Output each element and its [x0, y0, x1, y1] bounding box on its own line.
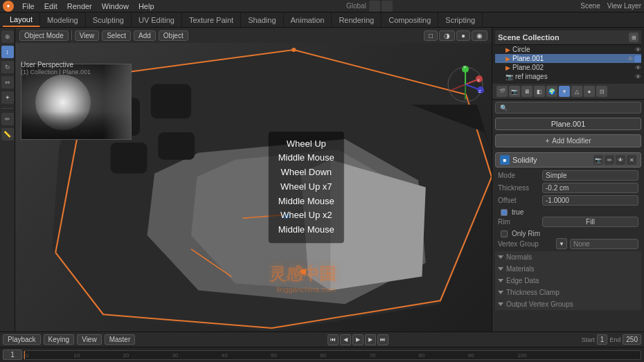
timeline-track[interactable]: 0 10 20 30 40 50 60 70 80 90 100 — [24, 350, 641, 360]
object-menu[interactable]: Object — [159, 30, 188, 41]
end-frame-field[interactable]: 250 — [623, 334, 641, 345]
tab-rendering[interactable]: Rendering — [332, 12, 382, 27]
normals-section[interactable]: Normals — [495, 251, 641, 263]
props-output-icon[interactable]: 🖥 — [521, 86, 533, 97]
output-vg-section[interactable]: Output Vertex Groups — [495, 298, 641, 310]
tab-layout[interactable]: Layout — [3, 12, 40, 27]
tree-item-circle[interactable]: ▶ Circle 👁 — [495, 45, 641, 54]
add-modifier-button[interactable]: + Add Modifier — [495, 134, 641, 147]
menu-window[interactable]: Window — [98, 0, 133, 12]
tab-animation[interactable]: Animation — [284, 12, 332, 27]
tool-measure[interactable]: 📏 — [1, 128, 14, 141]
props-world-icon[interactable]: 🌍 — [546, 86, 557, 97]
frame-40: 40 — [222, 352, 228, 359]
current-frame-display[interactable]: 1 — [3, 350, 22, 360]
menu-render[interactable]: Render — [63, 0, 96, 12]
rim-row: Rim Fill — [495, 217, 641, 227]
start-frame-field[interactable]: 1 — [597, 334, 608, 345]
snap-toggle[interactable] — [369, 1, 380, 12]
action-line-1: Wheel Up — [278, 137, 334, 152]
tab-uv-editing[interactable]: UV Editing — [132, 12, 182, 27]
proportional-edit[interactable] — [382, 1, 393, 12]
next-frame-btn[interactable]: ▶ — [365, 334, 376, 345]
solidify-modifier-header[interactable]: ■ Solidify 📷 ✏ 👁 ✕ — [495, 152, 641, 168]
svg-text:X: X — [477, 78, 480, 82]
viewport-shading-material[interactable]: ● — [456, 30, 470, 41]
tool-annotate[interactable]: ✏ — [1, 113, 14, 125]
tab-texture-paint[interactable]: Texture Paint — [182, 12, 241, 27]
menu-help[interactable]: Help — [134, 0, 159, 12]
mode-dropdown[interactable]: Simple — [542, 170, 638, 181]
tree-item-ref-images[interactable]: 📷 ref images 👁 — [495, 72, 641, 81]
view-btn[interactable]: View — [77, 334, 102, 345]
tree-vis-ref[interactable]: 👁 — [635, 73, 641, 80]
jump-start-btn[interactable]: ⏮ — [328, 334, 339, 345]
right-panel: Scene Collection ⊞ ▶ Circle 👁 ▶ Plane.00… — [492, 28, 644, 332]
tool-rotate[interactable]: ↻ — [1, 61, 14, 73]
tab-compositing[interactable]: Compositing — [382, 12, 438, 27]
props-mesh-icon[interactable]: △ — [571, 86, 582, 97]
viewport-gizmo[interactable]: X Y Z — [445, 64, 486, 105]
tree-item-plane002[interactable]: ▶ Plane.002 👁 — [495, 63, 641, 72]
props-view-layer-icon[interactable]: ◧ — [534, 86, 545, 97]
search-input[interactable] — [510, 104, 636, 111]
jump-end-btn[interactable]: ⏭ — [377, 334, 388, 345]
tool-cursor[interactable]: ⊕ — [1, 30, 14, 43]
props-material-icon[interactable]: ● — [584, 86, 595, 97]
materials-label: Materials — [506, 265, 535, 273]
offset-value[interactable]: -1.0000 — [542, 195, 638, 206]
mod-edit-icon[interactable]: ✏ — [605, 155, 614, 165]
master-btn[interactable]: Master — [105, 334, 136, 345]
tool-scale[interactable]: ⇔ — [1, 76, 14, 89]
only-rim-checkbox[interactable] — [501, 230, 508, 237]
modifier-mode-row: Mode Simple — [495, 170, 641, 181]
thickness-clamp-section[interactable]: Thickness Clamp — [495, 287, 641, 298]
viewport-shading-rendered[interactable]: ◉ — [472, 30, 488, 41]
rim-fill-btn[interactable]: Fill — [542, 217, 638, 227]
add-menu[interactable]: Add — [134, 30, 156, 41]
play-btn[interactable]: ▶ — [352, 334, 364, 345]
keying-btn[interactable]: Keying — [44, 334, 75, 345]
vg-value[interactable]: None — [570, 239, 638, 249]
thickness-value[interactable]: -0.2 cm — [542, 183, 638, 193]
object-name-field[interactable]: Plane.001 — [495, 118, 641, 130]
mod-close-icon[interactable]: ✕ — [627, 155, 636, 165]
viewport-label: User Perspective (1) Collection | Plane.… — [21, 61, 91, 75]
object-name-row: Plane.001 — [492, 116, 644, 132]
materials-section[interactable]: Materials — [495, 263, 641, 275]
tab-shading[interactable]: Shading — [241, 12, 283, 27]
mod-vis-icon[interactable]: 👁 — [616, 155, 625, 165]
props-particles-icon[interactable]: ⊡ — [596, 86, 607, 97]
menu-edit[interactable]: Edit — [40, 0, 62, 12]
props-render-icon[interactable]: 📷 — [509, 86, 520, 97]
view-menu[interactable]: View — [75, 30, 100, 41]
viewport-3d[interactable]: Object Mode View Select Add Object □ ◑ ●… — [15, 28, 492, 332]
tree-item-plane001[interactable]: ▶ Plane.001 👁 — [495, 54, 641, 63]
action-line-7: Middle Mouse — [278, 223, 334, 237]
search-bar: 🔍 — [492, 100, 644, 116]
prev-frame-btn[interactable]: ◀ — [340, 334, 351, 345]
tool-transform[interactable]: ✦ — [1, 91, 14, 104]
select-menu[interactable]: Select — [102, 30, 131, 41]
tool-move[interactable]: ↕ — [1, 46, 14, 58]
props-scene-icon[interactable]: 🎬 — [497, 86, 508, 97]
edge-data-section[interactable]: Edge Data — [495, 275, 641, 287]
menu-file[interactable]: File — [18, 0, 39, 12]
mod-camera-icon[interactable]: 📷 — [593, 155, 603, 165]
tree-vis-plane002[interactable]: 👁 — [635, 64, 641, 71]
playback-btn[interactable]: Playback — [3, 334, 41, 345]
tree-visibility-circle[interactable]: 👁 — [635, 46, 641, 53]
object-mode-button[interactable]: Object Mode — [19, 30, 69, 41]
props-object-icon[interactable]: ▼ — [559, 86, 570, 97]
tree-vis-plane001[interactable]: 👁 — [627, 55, 634, 62]
tab-sculpting[interactable]: Sculpting — [86, 12, 132, 27]
scene-area[interactable]: User Perspective (1) Collection | Plane.… — [15, 43, 492, 332]
viewport-shading-solid[interactable]: ◑ — [439, 30, 455, 41]
vg-icon[interactable]: ▼ — [556, 238, 567, 249]
tab-modeling[interactable]: Modeling — [40, 12, 86, 27]
tab-scripting[interactable]: Scripting — [438, 12, 483, 27]
collection-filter-icon[interactable]: ⊞ — [629, 33, 638, 42]
global-selector[interactable]: Global — [346, 2, 366, 10]
even-thickness-checkbox[interactable] — [501, 209, 508, 216]
viewport-shading-wireframe[interactable]: □ — [424, 30, 438, 41]
